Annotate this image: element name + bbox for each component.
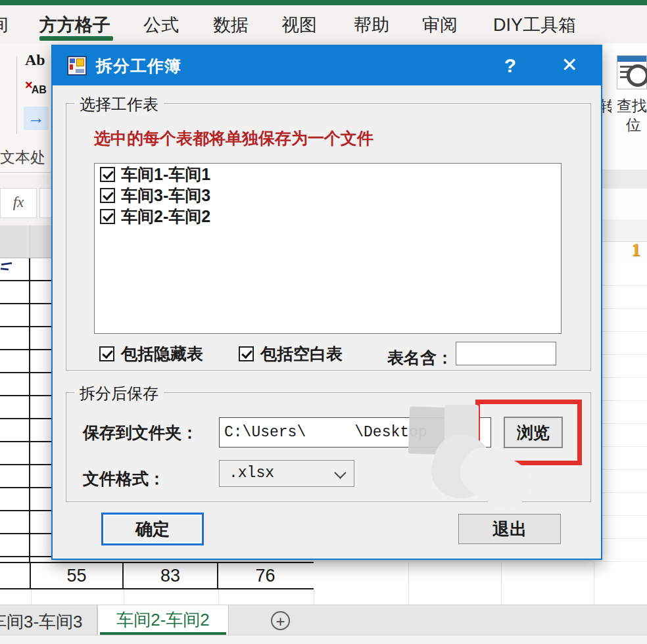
dialog-title: 拆分工作簿 (96, 46, 181, 85)
ribbon-tab-help[interactable]: 帮助 (354, 13, 389, 37)
spreadsheet-cell[interactable]: 76 (218, 563, 312, 588)
group-title: 拆分后保存 (74, 383, 164, 404)
ribbon-tab-formulas[interactable]: 公式 (143, 13, 179, 37)
dropdown-value: .xlsx (229, 461, 274, 486)
worksheet-grid-left[interactable] (0, 258, 51, 562)
list-item[interactable]: 车间2-车间2 (95, 206, 561, 227)
ribbon-tab-view[interactable]: 视图 (281, 13, 317, 37)
magnifier-icon (627, 64, 647, 87)
warning-text: 选中的每个表都将单独保存为一个文件 (94, 127, 373, 149)
ribbon-left-group: Ab ×AB → 文本处 (0, 43, 51, 175)
formula-bar[interactable] (39, 188, 53, 218)
ok-button[interactable]: 确定 (101, 513, 204, 545)
name-contains-label: 表名含： (387, 347, 453, 369)
split-workbook-dialog: 拆分工作簿 ? ✕ 选择工作表 选中的每个表都将单独保存为一个文件 车间1-车间… (51, 45, 602, 560)
file-format-dropdown[interactable]: .xlsx (219, 460, 354, 487)
name-contains-input[interactable] (456, 342, 556, 365)
grid-border-line (29, 258, 30, 589)
checkbox[interactable] (100, 167, 115, 182)
include-blank-checkbox[interactable]: 包括空白表 (239, 343, 343, 365)
ribbon-tab-review[interactable]: 审阅 (422, 13, 458, 37)
sheet-tab-workshop3[interactable]: 车间3-车间3 (0, 605, 97, 635)
header-band-right (602, 219, 647, 242)
clear-text-icon[interactable]: ×AB (25, 78, 47, 96)
text-tool-icon[interactable]: Ab (25, 51, 45, 69)
ribbon-group-label: 文本处 (0, 147, 53, 168)
ribbon-right-group: 转 查找 位 1 (602, 43, 647, 644)
sheet-tab-workshop2-active[interactable]: 车间2-车间2 (97, 605, 229, 635)
checkbox[interactable] (99, 346, 114, 361)
formula-bar-band (602, 170, 647, 189)
spreadsheet-cell[interactable]: 83 (124, 563, 218, 588)
ribbon-tab-ffgz[interactable]: 方方格子 (39, 13, 110, 37)
ribbon-tab-data[interactable]: 数据 (213, 13, 249, 37)
exit-button[interactable]: 退出 (458, 514, 561, 544)
close-icon[interactable]: ✕ (552, 46, 587, 85)
column-header-band (0, 225, 51, 258)
fx-button[interactable]: fx (0, 188, 37, 218)
help-button[interactable]: ? (497, 46, 523, 85)
group-title: 选择工作表 (74, 94, 164, 115)
include-hidden-checkbox[interactable]: 包括隐藏表 (99, 343, 203, 365)
chevron-down-icon (334, 467, 346, 478)
dialog-app-icon (67, 56, 87, 76)
add-sheet-button[interactable]: + (271, 611, 290, 630)
find-locate-icon[interactable] (617, 55, 647, 89)
spreadsheet-cell[interactable] (0, 563, 31, 588)
blue-arrow-icon[interactable]: → (24, 106, 49, 130)
ribbon-tab-partial[interactable]: 间 (0, 13, 9, 37)
worksheet-grid-right[interactable] (602, 263, 647, 605)
checkbox[interactable] (100, 209, 115, 224)
save-folder-label: 保存到文件夹： (83, 422, 198, 444)
orange-glyph: 1 (631, 239, 640, 260)
ribbon-separator (16, 57, 17, 134)
empty-row[interactable] (0, 589, 647, 605)
find-locate-label-2: 位 (626, 115, 641, 135)
bordered-table-row: 55 83 76 (0, 562, 314, 589)
screen: 间 方方格子 公式 数据 视图 帮助 审阅 DIY工具箱 Ab ×AB → 文本… (0, 0, 647, 644)
list-item[interactable]: 车间3-车间3 (95, 185, 561, 206)
file-format-label: 文件格式： (83, 468, 165, 490)
sheet-tab-bar: 车间3-车间3 车间2-车间2 + (0, 605, 647, 635)
checkbox[interactable] (100, 188, 115, 203)
ribbon-tab-bar: 间 方方格子 公式 数据 视图 帮助 审阅 DIY工具箱 (0, 5, 647, 43)
select-sheets-group: 选择工作表 选中的每个表都将单独保存为一个文件 车间1-车间1 车间3-车间3 … (66, 103, 591, 371)
checkbox[interactable] (239, 346, 254, 361)
empty-cells-row[interactable] (314, 562, 647, 590)
ribbon-tab-diy[interactable]: DIY工具箱 (493, 13, 576, 37)
dialog-titlebar[interactable]: 拆分工作簿 ? ✕ (53, 46, 601, 85)
ribbon-bottom-edge (0, 172, 51, 173)
active-tab-underline (39, 36, 113, 41)
status-bar (0, 635, 647, 644)
find-locate-label[interactable]: 查找 (617, 96, 647, 116)
spreadsheet-cell[interactable]: 55 (31, 563, 124, 588)
list-item[interactable]: 车间1-车间1 (95, 164, 561, 185)
excel-titlebar-strip (0, 0, 647, 5)
sheet-listbox[interactable]: 车间1-车间1 车间3-车间3 车间2-车间2 (94, 163, 562, 334)
